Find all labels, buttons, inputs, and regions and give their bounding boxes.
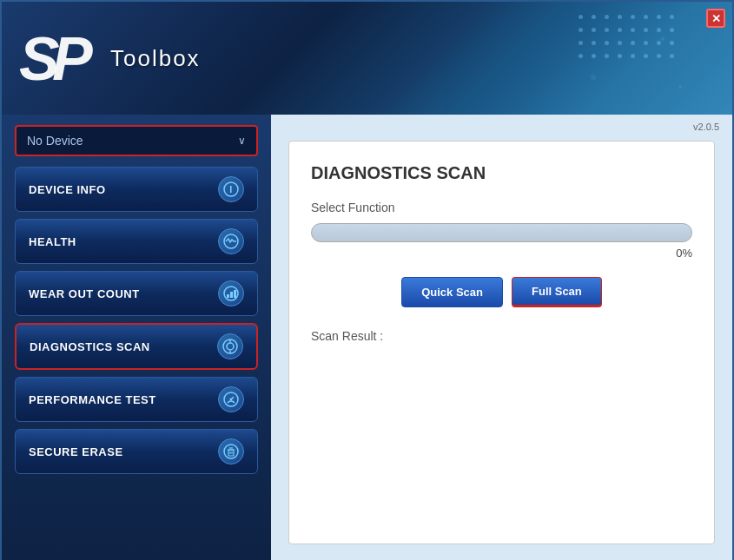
sp-logo: S P	[19, 26, 97, 91]
circuit-decoration	[579, 15, 680, 64]
performance-test-label: PERFORMANCE TEST	[29, 393, 156, 406]
svg-point-10	[227, 343, 234, 350]
scan-result-label: Scan Result :	[311, 329, 692, 343]
secure-erase-label: SECURE ERASE	[29, 445, 123, 458]
sidebar-item-performance-test[interactable]: PERFORMANCE TEST	[15, 377, 258, 422]
sidebar-item-secure-erase[interactable]: SECURE ERASE	[15, 429, 258, 474]
svg-text:P: P	[52, 26, 93, 91]
svg-rect-6	[227, 294, 229, 298]
device-selector[interactable]: No Device ∨	[15, 125, 258, 156]
close-button[interactable]: ✕	[706, 9, 725, 28]
diagnostics-scan-label: DIAGNOSTICS SCAN	[30, 340, 150, 353]
progress-percent: 0%	[311, 247, 692, 260]
content-card: DIAGNOSTICS SCAN Select Function 0% Quic…	[288, 141, 715, 544]
main-content: No Device ∨ DEVICE INFO i HEALTH	[2, 115, 732, 560]
chart-icon	[218, 280, 244, 306]
trash-icon	[218, 438, 244, 464]
quick-scan-button[interactable]: Quick Scan	[401, 277, 503, 307]
svg-rect-7	[230, 292, 233, 298]
svg-text:i: i	[229, 184, 233, 194]
sidebar-item-health[interactable]: HEALTH	[15, 219, 258, 264]
chevron-down-icon: ∨	[238, 135, 246, 147]
wear-out-count-label: WEAR OUT COUNT	[29, 287, 140, 300]
health-icon	[218, 228, 244, 254]
performance-icon	[218, 386, 244, 412]
header: S P Toolbox ✕	[2, 2, 732, 115]
sidebar-item-device-info[interactable]: DEVICE INFO i	[15, 167, 258, 212]
toolbox-label: Toolbox	[110, 45, 201, 72]
version-text: v2.0.5	[693, 122, 719, 132]
select-function-label: Select Function	[311, 201, 692, 214]
scan-buttons: Quick Scan Full Scan	[311, 277, 692, 307]
info-icon: i	[218, 176, 244, 202]
device-info-label: DEVICE INFO	[29, 183, 106, 196]
svg-rect-17	[228, 450, 234, 456]
page-title: DIAGNOSTICS SCAN	[311, 163, 692, 183]
full-scan-button[interactable]: Full Scan	[512, 277, 602, 307]
health-label: HEALTH	[29, 235, 76, 248]
sidebar-item-diagnostics-scan[interactable]: DIAGNOSTICS SCAN	[15, 323, 258, 370]
sidebar-item-wear-out-count[interactable]: WEAR OUT COUNT	[15, 271, 258, 316]
app-window: S P Toolbox ✕ No Device ∨ DEVICE INFO	[0, 0, 734, 560]
svg-point-15	[230, 399, 233, 401]
right-panel: v2.0.5 DIAGNOSTICS SCAN Select Function …	[271, 115, 732, 560]
sidebar: No Device ∨ DEVICE INFO i HEALTH	[2, 115, 271, 560]
device-selector-value: No Device	[27, 134, 83, 148]
diagnostics-icon	[217, 333, 243, 359]
progress-bar-container	[311, 223, 692, 242]
logo-area: S P Toolbox	[19, 26, 201, 91]
svg-rect-8	[234, 290, 236, 298]
